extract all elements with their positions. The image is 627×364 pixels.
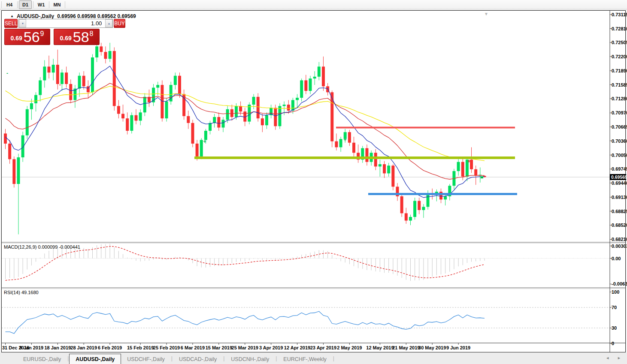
price-axis-tick: 0.71280 <box>612 96 627 101</box>
macd-axis-tick: 0.00 <box>612 256 621 261</box>
svg-text:-: - <box>6 70 8 76</box>
one-click-trading-panel: SELL ▼ ▲ BUY 0.69 56 9 0.69 58 8 <box>4 19 100 45</box>
toolbar-separator <box>1 1 2 8</box>
chart-shift-marker-icon[interactable]: ▼ <box>484 12 488 16</box>
moving-average-mid <box>6 83 485 179</box>
price-axis-tick: 0.69130 <box>612 195 627 200</box>
rsi-axis-tick: 70 <box>612 305 617 310</box>
rsi-axis-tick: 100 <box>612 289 619 295</box>
bid-pip-digit: 9 <box>40 30 44 37</box>
moving-average-fast <box>6 66 485 198</box>
chart-window: +++-- ▲ AUDUSD-,Daily 0.69596 0.69598 0.… <box>1 10 626 352</box>
chart-tab-usdcad[interactable]: USDCAD-,Daily <box>173 355 223 364</box>
macd-axis-tick: 0.003035 <box>612 244 627 249</box>
tab-scroll-right-icon[interactable]: ► <box>617 356 621 360</box>
timeframe-button-w1[interactable]: W1 <box>35 0 48 9</box>
timeframe-button-h4[interactable]: H4 <box>3 0 16 9</box>
volume-stepper: ▼ ▲ <box>18 19 113 28</box>
volume-input[interactable] <box>26 19 105 27</box>
time-axis-label: 6 Feb 2019 <box>94 345 126 350</box>
ask-price-button[interactable]: 0.69 58 8 <box>54 29 100 45</box>
svg-text:+: + <box>467 158 470 164</box>
price-axis-tick: 0.70665 <box>612 124 627 129</box>
price-axis-tick: 0.68520 <box>612 223 627 228</box>
rsi-axis-tick: 30 <box>612 325 617 331</box>
chart-tab-eurchf[interactable]: EURCHF-,Weekly <box>277 355 332 364</box>
macd-indicator-label: MACD(12,26,9) 0.000099 -0.000441 <box>4 244 80 250</box>
chart-ohlc-quote: 0.69596 0.69598 0.69562 0.69569 <box>57 13 136 19</box>
price-axis-tick: 0.71585 <box>612 82 627 87</box>
toolbar-separator <box>65 1 65 8</box>
chart-tab-usdcnh[interactable]: USDCNH-,Daily <box>225 355 275 364</box>
ask-pip-digit: 8 <box>90 30 94 37</box>
price-axis-tick: 0.71890 <box>612 68 627 73</box>
price-axis-tick: 0.68210 <box>612 237 627 242</box>
price-axis-tick: 0.70050 <box>612 153 627 158</box>
timeframe-toolbar: H4D1W1MN <box>0 0 627 9</box>
ask-big-digits: 58 <box>73 30 89 43</box>
buy-button[interactable]: BUY <box>114 19 125 28</box>
price-axis-tick: 0.70970 <box>612 110 627 115</box>
price-pane: +++-- <box>2 42 610 235</box>
rsi-pane <box>2 307 610 334</box>
tab-separator: | <box>333 355 335 361</box>
price-axis-tick: 0.70360 <box>612 138 627 144</box>
chart-canvas[interactable]: +++-- <box>2 11 625 352</box>
macd-pane <box>2 244 610 281</box>
ask-prefix: 0.69 <box>60 35 72 42</box>
chart-title: ▲ AUDUSD-,Daily 0.69596 0.69598 0.69562 … <box>10 13 136 19</box>
svg-text:+: + <box>343 137 346 143</box>
time-axis-label: 2 May 2019 <box>333 345 366 350</box>
bid-prefix: 0.69 <box>11 35 22 42</box>
price-axis-tick: 0.68825 <box>612 209 627 214</box>
volume-increase-button[interactable]: ▲ <box>105 19 112 27</box>
svg-text:+: + <box>203 138 206 144</box>
time-axis-label: 9 Jun 2019 <box>442 345 475 350</box>
price-axis-tick: 0.72200 <box>612 54 627 59</box>
toolbar-separator <box>17 1 18 8</box>
sell-button[interactable]: SELL <box>4 19 18 28</box>
macd-signal-line <box>6 247 485 280</box>
bid-price-button[interactable]: 0.69 56 9 <box>4 29 50 45</box>
current-price-tag: 0.69569 <box>610 174 626 180</box>
price-axis-tick: 0.69745 <box>612 166 627 171</box>
collapse-panel-icon[interactable]: ▲ <box>10 15 14 18</box>
chart-tab-audusd[interactable]: AUDUSD-,Daily <box>69 354 121 364</box>
svg-text:-: - <box>59 82 61 88</box>
timeframe-button-d1[interactable]: D1 <box>19 0 32 9</box>
chart-tab-eurusd[interactable]: EURUSD-,Daily <box>17 355 67 364</box>
tab-scroll-buttons: ◄ ► <box>606 356 621 360</box>
tab-scroll-left-icon[interactable]: ◄ <box>606 356 609 360</box>
volume-decrease-button[interactable]: ▼ <box>19 19 26 27</box>
bid-big-digits: 56 <box>24 30 40 43</box>
toolbar-separator <box>49 1 49 8</box>
price-axis-tick: 0.69440 <box>612 180 627 186</box>
macd-axis-tick: -0.006311 <box>612 281 627 286</box>
toolbar-separator <box>33 1 33 8</box>
rsi-indicator-label: RSI(14) 49.1680 <box>4 290 39 295</box>
price-axis-tick: 0.72810 <box>612 26 627 31</box>
chart-tab-bar: EURUSD-,Daily|AUDUSD-,DailyUSDCHF-,Daily… <box>0 353 627 364</box>
price-axis-tick: 0.73115 <box>612 12 627 17</box>
chart-tab-usdchf[interactable]: USDCHF-,Daily <box>121 355 171 364</box>
timeframe-button-mn[interactable]: MN <box>51 0 64 9</box>
price-axis-tick: 0.72505 <box>612 40 627 45</box>
rsi-axis-tick: 0 <box>612 341 614 346</box>
chart-symbol-label: AUDUSD-,Daily <box>17 13 54 19</box>
rsi-line <box>6 311 485 334</box>
